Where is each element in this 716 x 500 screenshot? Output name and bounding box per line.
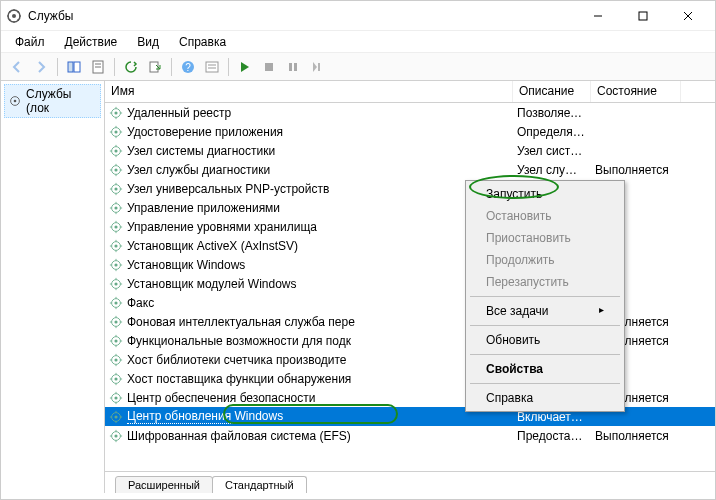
help-button[interactable]: ? <box>176 55 200 79</box>
service-gear-icon <box>109 277 123 291</box>
service-row[interactable]: Удостоверение приложенияОпределя… <box>105 122 715 141</box>
svg-point-52 <box>114 377 117 380</box>
service-description: Узел сист… <box>513 144 591 158</box>
svg-point-40 <box>114 263 117 266</box>
tab-standard[interactable]: Стандартный <box>212 476 307 493</box>
tab-extended[interactable]: Расширенный <box>115 476 213 493</box>
service-name: Фоновая интеллектуальная служба пере <box>127 315 355 329</box>
service-gear-icon <box>109 391 123 405</box>
ctx-all-tasks[interactable]: Все задачи <box>468 300 622 322</box>
svg-point-42 <box>114 282 117 285</box>
service-gear-icon <box>109 353 123 367</box>
service-gear-icon <box>109 334 123 348</box>
service-name: Хост поставщика функции обнаружения <box>127 372 351 386</box>
refresh-button[interactable] <box>119 55 143 79</box>
export-button[interactable] <box>143 55 167 79</box>
menu-view[interactable]: Вид <box>127 33 169 51</box>
service-gear-icon <box>109 239 123 253</box>
service-row[interactable]: Узел системы диагностикиУзел сист… <box>105 141 715 160</box>
service-description: Определя… <box>513 125 591 139</box>
svg-point-34 <box>114 206 117 209</box>
service-name: Хост библиотеки счетчика производите <box>127 353 347 367</box>
menu-help[interactable]: Справка <box>169 33 236 51</box>
service-row[interactable]: Удаленный реестрПозволяет… <box>105 103 715 122</box>
toolbar: ? <box>1 53 715 81</box>
close-button[interactable] <box>665 1 710 30</box>
svg-point-44 <box>114 301 117 304</box>
pause-service-button <box>281 55 305 79</box>
service-row[interactable]: Узел службы диагностикиУзел служ…Выполня… <box>105 160 715 179</box>
svg-point-46 <box>114 320 117 323</box>
separator <box>228 58 229 76</box>
svg-point-50 <box>114 358 117 361</box>
tree-root-services[interactable]: Службы (лок <box>4 84 101 118</box>
svg-rect-6 <box>68 62 73 72</box>
column-state[interactable]: Состояние <box>591 81 681 102</box>
svg-point-1 <box>12 14 16 18</box>
stop-service-button <box>257 55 281 79</box>
separator <box>470 383 620 384</box>
list-pane: Имя Описание Состояние Удаленный реестрП… <box>105 81 715 493</box>
ctx-help[interactable]: Справка <box>468 387 622 409</box>
service-list: Имя Описание Состояние Удаленный реестрП… <box>105 81 715 471</box>
separator <box>470 325 620 326</box>
minimize-button[interactable] <box>575 1 620 30</box>
forward-button <box>29 55 53 79</box>
properties-button[interactable] <box>86 55 110 79</box>
ctx-refresh[interactable]: Обновить <box>468 329 622 351</box>
svg-point-26 <box>114 130 117 133</box>
service-name: Центр обеспечения безопасности <box>127 391 316 405</box>
show-hide-tree-button[interactable] <box>62 55 86 79</box>
service-name: Удостоверение приложения <box>127 125 283 139</box>
separator <box>470 354 620 355</box>
service-name: Шифрованная файловая система (EFS) <box>127 429 351 443</box>
tree-pane[interactable]: Службы (лок <box>1 81 105 493</box>
service-gear-icon <box>109 220 123 234</box>
service-gear-icon <box>109 106 123 120</box>
menu-file[interactable]: Файл <box>5 33 55 51</box>
service-description: Узел служ… <box>513 163 591 177</box>
service-gear-icon <box>109 201 123 215</box>
svg-rect-20 <box>318 63 320 71</box>
menu-action[interactable]: Действие <box>55 33 128 51</box>
gear-icon <box>8 94 22 108</box>
column-description[interactable]: Описание <box>513 81 591 102</box>
column-name[interactable]: Имя <box>105 81 513 102</box>
svg-point-48 <box>114 339 117 342</box>
ctx-properties[interactable]: Свойства <box>468 358 622 380</box>
service-name: Факс <box>127 296 154 310</box>
menubar: Файл Действие Вид Справка <box>1 31 715 53</box>
tree-root-label: Службы (лок <box>26 87 97 115</box>
svg-point-56 <box>114 415 117 418</box>
svg-point-30 <box>114 168 117 171</box>
services-app-icon <box>6 8 22 24</box>
service-gear-icon <box>109 429 123 443</box>
service-name: Узел универсальных PNP-устройств <box>127 182 329 196</box>
service-name: Центр обновления Windows <box>127 409 283 424</box>
service-row[interactable]: Шифрованная файловая система (EFS)Предос… <box>105 426 715 445</box>
service-state: Выполняется <box>591 429 681 443</box>
separator <box>470 296 620 297</box>
service-name: Установщик Windows <box>127 258 245 272</box>
ctx-start[interactable]: Запустить <box>468 183 622 205</box>
service-gear-icon <box>109 182 123 196</box>
service-description: Предостав… <box>513 429 591 443</box>
start-service-button[interactable] <box>233 55 257 79</box>
view-tabs: Расширенный Стандартный <box>105 471 715 493</box>
maximize-button[interactable] <box>620 1 665 30</box>
service-name: Установщик ActiveX (AxInstSV) <box>127 239 298 253</box>
context-menu: Запустить Остановить Приостановить Продо… <box>465 180 625 412</box>
list-button[interactable] <box>200 55 224 79</box>
service-name: Установщик модулей Windows <box>127 277 296 291</box>
body: Службы (лок Имя Описание Состояние Удале… <box>1 81 715 493</box>
status-bar <box>1 493 715 499</box>
service-gear-icon <box>109 144 123 158</box>
svg-rect-3 <box>639 12 647 20</box>
separator <box>171 58 172 76</box>
service-gear-icon <box>109 410 123 424</box>
svg-point-54 <box>114 396 117 399</box>
service-name: Управление уровнями хранилища <box>127 220 317 234</box>
ctx-restart: Перезапустить <box>468 271 622 293</box>
services-window: Службы Файл Действие Вид Справка ? Служб <box>0 0 716 500</box>
service-name: Узел системы диагностики <box>127 144 275 158</box>
